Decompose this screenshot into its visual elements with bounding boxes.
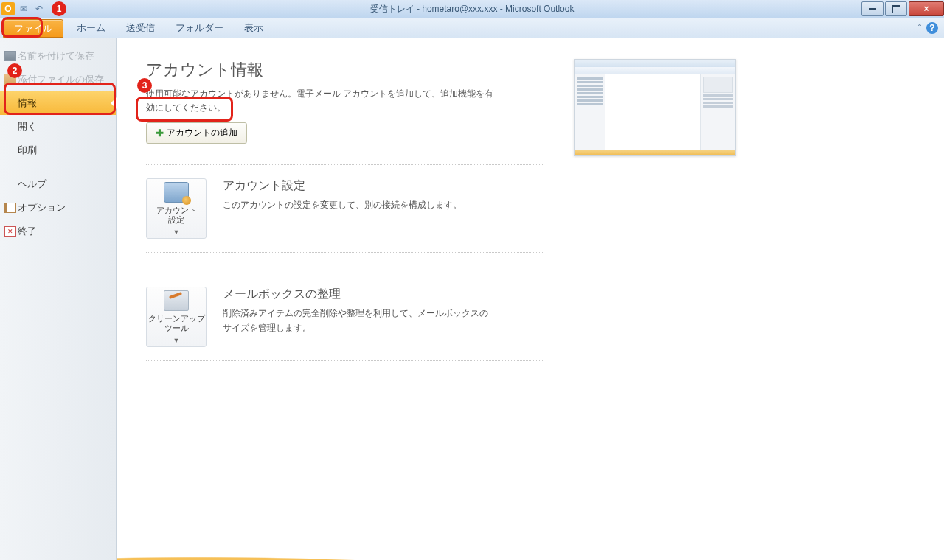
undo-icon[interactable]: ↶: [32, 2, 46, 15]
mailbox-cleanup-desc: 削除済みアイテムの完全削除や整理を利用して、メールボックスのサイズを管理します。: [223, 307, 488, 335]
nav-save-as: 名前を付けて保存: [0, 44, 116, 68]
close-button[interactable]: ×: [909, 1, 944, 16]
quick-access-toolbar: O ✉ ↶ ▾: [0, 2, 61, 15]
tab-view[interactable]: 表示: [234, 18, 274, 38]
add-account-label: アカウントの追加: [167, 127, 237, 139]
nav-help-label: ヘルプ: [18, 178, 46, 191]
outlook-logo-icon: O: [1, 2, 15, 15]
nav-info-label: 情報: [18, 97, 37, 110]
nav-open[interactable]: 開く: [0, 115, 116, 139]
save-icon: [4, 51, 16, 61]
attachment-icon: [4, 74, 16, 85]
mailbox-cleanup-section: クリーンアップツール ▼ メールボックスの整理 削除済みアイテムの完全削除や整理…: [146, 273, 544, 361]
nav-help[interactable]: ヘルプ: [0, 172, 116, 196]
nav-print[interactable]: 印刷: [0, 139, 116, 162]
account-settings-icon: [164, 182, 189, 203]
backstage-nav: 名前を付けて保存 添付ファイルの保存 情報 開く 印刷 ヘルプ オプション 終了: [0, 38, 117, 560]
maximize-button[interactable]: [885, 1, 907, 16]
cleanup-icon: [164, 290, 189, 311]
minimize-button[interactable]: [861, 1, 884, 16]
plus-icon: ✚: [156, 127, 164, 139]
tab-folder[interactable]: フォルダー: [165, 18, 234, 38]
nav-save-attachments-label: 添付ファイルの保存: [18, 73, 104, 86]
nav-exit-label: 終了: [18, 225, 37, 238]
exit-icon: [4, 226, 16, 237]
account-settings-section: アカウント設定 ▼ アカウント設定 このアカウントの設定を変更して、別の接続を構…: [146, 164, 544, 253]
options-icon: [4, 203, 16, 213]
backstage-main: アカウント情報 使用可能なアカウントがありません。電子メール アカウントを追加し…: [117, 38, 944, 560]
account-settings-tile[interactable]: アカウント設定 ▼: [146, 178, 206, 239]
chevron-down-icon: ▼: [173, 337, 180, 344]
ribbon-help-area: ˄ ?: [917, 18, 944, 38]
mailbox-preview-thumbnail: [574, 59, 736, 156]
nav-save-attachments: 添付ファイルの保存: [0, 68, 116, 91]
page-subtext: 使用可能なアカウントがありません。電子メール アカウントを追加して、追加機能を有…: [146, 87, 500, 115]
send-receive-icon[interactable]: ✉: [17, 2, 30, 15]
ribbon-tabs: ファイル ホーム 送受信 フォルダー 表示 ˄ ?: [0, 18, 944, 38]
nav-exit[interactable]: 終了: [0, 220, 116, 243]
nav-options[interactable]: オプション: [0, 196, 116, 220]
mailbox-cleanup-title: メールボックスの整理: [223, 287, 488, 302]
tab-file[interactable]: ファイル: [3, 19, 63, 38]
ribbon-minimize-icon[interactable]: ˄: [917, 23, 922, 33]
nav-open-label: 開く: [18, 120, 37, 133]
nav-info[interactable]: 情報: [0, 91, 116, 115]
account-settings-title: アカウント設定: [223, 178, 462, 194]
account-settings-tile-label: アカウント設定: [156, 206, 197, 225]
cleanup-tools-tile[interactable]: クリーンアップツール ▼: [146, 287, 206, 347]
cleanup-tile-label: クリーンアップツール: [148, 314, 205, 333]
tab-home[interactable]: ホーム: [66, 18, 116, 38]
window-controls: ×: [860, 1, 944, 16]
account-settings-desc: このアカウントの設定を変更して、別の接続を構成します。: [223, 198, 462, 212]
chevron-down-icon: ▼: [173, 228, 180, 236]
nav-save-as-label: 名前を付けて保存: [18, 49, 94, 63]
window-title: 受信トレイ - hometaro@xxx.xxx - Microsoft Out…: [370, 3, 575, 15]
nav-print-label: 印刷: [18, 144, 37, 157]
nav-options-label: オプション: [18, 201, 66, 214]
tab-send-receive[interactable]: 送受信: [116, 18, 165, 38]
help-icon[interactable]: ?: [926, 22, 938, 34]
qat-dropdown-icon[interactable]: ▾: [48, 2, 61, 15]
add-account-button[interactable]: ✚ アカウントの追加: [146, 122, 247, 144]
page-title: アカウント情報: [146, 59, 544, 81]
title-bar: O ✉ ↶ ▾ 受信トレイ - hometaro@xxx.xxx - Micro…: [0, 0, 944, 18]
